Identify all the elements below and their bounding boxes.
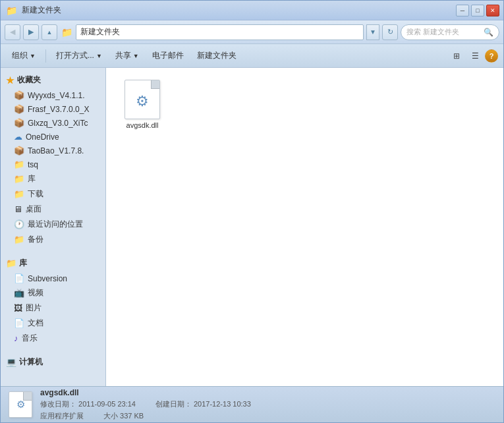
address-bar: ◀ ▶ ▲ 📁 新建文件夹 ▼ ↻ 搜索 新建文件夹 🔍 xyxy=(1,20,503,44)
status-bar: ⚙ avgsdk.dll 修改日期： 2011-09-05 23:14 创建日期… xyxy=(1,386,503,422)
sidebar-item-frasf[interactable]: 📦 Frasf_V3.7.0.0_X xyxy=(1,102,105,116)
library-folder-icon: 📁 xyxy=(6,258,16,268)
status-size: 大小 337 KB xyxy=(103,411,144,421)
sidebar-item-desktop[interactable]: 🖥 桌面 xyxy=(1,202,105,217)
sidebar: ★ 收藏夹 📦 Wyyxds_V4.1.1. 📦 Frasf_V3.7.0.0_… xyxy=(1,68,106,386)
sidebar-item-taobao[interactable]: 📦 TaoBao_V1.7.8. xyxy=(1,144,105,157)
address-path[interactable]: 新建文件夹 xyxy=(76,24,364,40)
address-folder-icon: 📁 xyxy=(60,27,73,38)
open-with-button[interactable]: 打开方式... ▼ xyxy=(50,47,108,65)
desktop-icon: 🖥 xyxy=(14,204,22,214)
search-box[interactable]: 搜索 新建文件夹 🔍 xyxy=(401,24,499,40)
refresh-button[interactable]: ↻ xyxy=(382,24,398,40)
status-info: avgsdk.dll 修改日期： 2011-09-05 23:14 创建日期： … xyxy=(40,388,251,421)
help-button[interactable]: ? xyxy=(485,49,498,63)
status-type-size: 应用程序扩展 大小 337 KB xyxy=(40,411,251,421)
folder-icon: 📁 xyxy=(14,235,24,244)
toolbar: 组织 ▼ 打开方式... ▼ 共享 ▼ 电子邮件 新建文件夹 ⊞ ☰ ? xyxy=(1,44,503,68)
sidebar-item-pictures[interactable]: 🖼 图片 xyxy=(1,300,105,316)
folder-icon: 📁 xyxy=(14,174,24,184)
sidebar-item-wyyxds[interactable]: 📦 Wyyxds_V4.1.1. xyxy=(1,88,105,102)
pictures-icon: 🖼 xyxy=(14,303,22,313)
music-icon: ♪ xyxy=(14,333,18,343)
sidebar-favorites-label: 收藏夹 xyxy=(17,74,41,86)
status-file-type: 应用程序扩展 xyxy=(40,411,84,421)
sidebar-item-music[interactable]: ♪ 音乐 xyxy=(1,331,105,346)
sidebar-item-tsq[interactable]: 📁 tsq xyxy=(1,157,105,171)
organize-dropdown-icon: ▼ xyxy=(30,53,36,59)
item-icon: 📦 xyxy=(14,90,24,100)
title-bar: 📁 新建文件夹 ─ □ ✕ xyxy=(1,1,503,20)
email-button[interactable]: 电子邮件 xyxy=(146,47,190,65)
item-icon: 📦 xyxy=(14,146,24,155)
forward-button[interactable]: ▶ xyxy=(23,24,39,40)
computer-icon: 💻 xyxy=(6,357,16,367)
close-button[interactable]: ✕ xyxy=(486,5,499,16)
view-details-button[interactable]: ☰ xyxy=(466,47,484,65)
sidebar-item-downloads[interactable]: 📁 下载 xyxy=(1,186,105,202)
cloud-icon: ☁ xyxy=(14,132,22,142)
sidebar-library-header[interactable]: 📁 库 xyxy=(1,255,105,271)
subversion-icon: 📄 xyxy=(14,273,24,283)
sidebar-item-onedrive[interactable]: ☁ OneDrive xyxy=(1,130,105,144)
maximize-button[interactable]: □ xyxy=(471,5,484,16)
sidebar-divider-2 xyxy=(1,346,105,354)
sidebar-library-label: 库 xyxy=(19,258,27,269)
status-file-name: avgsdk.dll xyxy=(40,388,251,397)
address-dropdown-button[interactable]: ▼ xyxy=(366,24,379,40)
sidebar-item-documents[interactable]: 📄 文档 xyxy=(1,316,105,331)
status-dll-icon: ⚙ xyxy=(9,391,32,418)
sidebar-item-glxzq[interactable]: 📦 Glxzq_V3.0_XiTc xyxy=(1,116,105,130)
search-icon: 🔍 xyxy=(484,28,493,37)
file-item-avgsdk[interactable]: ⚙ avgsdk.dll xyxy=(116,78,169,132)
view-toggle-button[interactable]: ⊞ xyxy=(448,47,465,65)
sidebar-divider xyxy=(1,247,105,255)
status-gear-icon: ⚙ xyxy=(16,399,25,410)
star-icon: ★ xyxy=(6,75,14,86)
file-icon-container: ⚙ xyxy=(124,81,161,118)
item-icon: 📦 xyxy=(14,104,24,114)
organize-button[interactable]: 组织 ▼ xyxy=(6,47,42,65)
folder-icon: 📁 xyxy=(14,189,24,199)
sidebar-computer-label: 计算机 xyxy=(19,356,43,368)
folder-icon: 📁 xyxy=(14,159,24,169)
share-dropdown-icon: ▼ xyxy=(133,53,139,59)
dll-file-icon: ⚙ xyxy=(125,80,160,119)
file-name: avgsdk.dll xyxy=(126,121,159,129)
sidebar-item-backup[interactable]: 📁 备份 xyxy=(1,232,105,247)
sidebar-favorites-header[interactable]: ★ 收藏夹 xyxy=(1,72,105,88)
back-button[interactable]: ◀ xyxy=(5,24,20,40)
title-folder-icon: 📁 xyxy=(5,5,18,16)
share-button[interactable]: 共享 ▼ xyxy=(109,47,145,65)
video-icon: 📺 xyxy=(14,288,24,298)
minimize-button[interactable]: ─ xyxy=(456,5,469,16)
file-area: ⚙ avgsdk.dll xyxy=(106,68,503,386)
sidebar-item-ku[interactable]: 📁 库 xyxy=(1,171,105,186)
main-content: ★ 收藏夹 📦 Wyyxds_V4.1.1. 📦 Frasf_V3.7.0.0_… xyxy=(1,68,503,386)
sidebar-item-video[interactable]: 📺 视频 xyxy=(1,285,105,300)
toolbar-separator-1 xyxy=(45,49,46,63)
up-button[interactable]: ▲ xyxy=(42,24,57,40)
documents-icon: 📄 xyxy=(14,318,24,328)
status-modified: 修改日期： 2011-09-05 23:14 xyxy=(40,399,136,409)
window: 📁 新建文件夹 ─ □ ✕ ◀ ▶ ▲ 📁 新建文件夹 ▼ ↻ 搜索 新建文件夹… xyxy=(0,0,504,423)
recent-icon: 🕐 xyxy=(14,219,24,229)
window-title: 新建文件夹 xyxy=(22,5,61,16)
status-file-icon: ⚙ xyxy=(7,391,34,418)
new-folder-button[interactable]: 新建文件夹 xyxy=(191,47,242,65)
sidebar-computer-header[interactable]: 💻 计算机 xyxy=(1,354,105,370)
openwidth-dropdown-icon: ▼ xyxy=(96,53,102,59)
title-controls: ─ □ ✕ xyxy=(456,5,499,16)
sidebar-item-recent[interactable]: 🕐 最近访问的位置 xyxy=(1,217,105,232)
item-icon: 📦 xyxy=(14,118,24,128)
sidebar-item-subversion[interactable]: 📄 Subversion xyxy=(1,271,105,285)
file-grid: ⚙ avgsdk.dll xyxy=(113,74,497,136)
view-controls: ⊞ ☰ ? xyxy=(448,47,498,65)
status-created: 创建日期： 2017-12-13 10:33 xyxy=(155,399,251,409)
status-details: 修改日期： 2011-09-05 23:14 创建日期： 2017-12-13 … xyxy=(40,399,251,409)
gear-icon: ⚙ xyxy=(136,93,149,110)
search-placeholder: 搜索 新建文件夹 xyxy=(406,27,459,37)
